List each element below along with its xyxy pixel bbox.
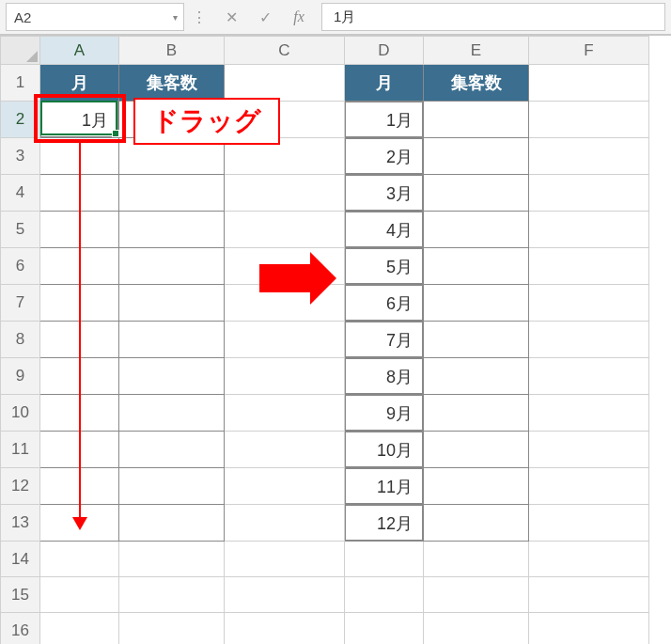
cell-F7[interactable] [529,285,649,322]
cell-B8[interactable] [119,322,225,358]
cell-B6[interactable] [119,248,225,285]
col-head-F[interactable]: F [529,37,649,65]
cell-C4[interactable] [225,175,345,212]
cell-C9[interactable] [225,358,345,395]
row-head-7[interactable]: 7 [1,285,40,322]
cell-B2[interactable] [119,102,225,138]
cell-A16[interactable] [40,613,119,645]
cell-A15[interactable] [40,577,119,613]
cell-C12[interactable] [225,468,345,505]
cell-B9[interactable] [119,358,225,395]
cell-D5[interactable]: 4月 [345,212,424,248]
cell-B15[interactable] [119,577,225,613]
cell-E13[interactable] [424,505,529,542]
row-head-12[interactable]: 12 [1,468,40,505]
cell-C15[interactable] [225,577,345,613]
row-head-8[interactable]: 8 [1,322,40,358]
cell-F13[interactable] [529,505,649,542]
cell-D12[interactable]: 11月 [345,468,424,505]
cell-C11[interactable] [225,432,345,468]
cell-D13[interactable]: 12月 [345,505,424,542]
cell-C2[interactable] [225,102,345,138]
cell-E14[interactable] [424,542,529,577]
cell-D9[interactable]: 8月 [345,358,424,395]
cell-F9[interactable] [529,358,649,395]
cell-B5[interactable] [119,212,225,248]
cell-B3[interactable] [119,138,225,175]
cell-A14[interactable] [40,542,119,577]
cell-D10[interactable]: 9月 [345,395,424,432]
cell-E3[interactable] [424,138,529,175]
col-head-A[interactable]: A [40,37,119,65]
cell-F16[interactable] [529,613,649,645]
cell-B14[interactable] [119,542,225,577]
row-head-6[interactable]: 6 [1,248,40,285]
cell-E1[interactable]: 集客数 [424,65,529,102]
cell-E11[interactable] [424,432,529,468]
cancel-button[interactable]: ✕ [214,3,248,31]
cell-F6[interactable] [529,248,649,285]
cell-D3[interactable]: 2月 [345,138,424,175]
cell-C10[interactable] [225,395,345,432]
cell-E2[interactable] [424,102,529,138]
cell-D11[interactable]: 10月 [345,432,424,468]
cell-E5[interactable] [424,212,529,248]
cell-E4[interactable] [424,175,529,212]
cell-D8[interactable]: 7月 [345,322,424,358]
cell-F5[interactable] [529,212,649,248]
row-head-10[interactable]: 10 [1,395,40,432]
cell-C5[interactable] [225,212,345,248]
cell-C8[interactable] [225,322,345,358]
cell-F10[interactable] [529,395,649,432]
cell-E8[interactable] [424,322,529,358]
cell-F2[interactable] [529,102,649,138]
cell-C16[interactable] [225,613,345,645]
cell-F12[interactable] [529,468,649,505]
confirm-button[interactable]: ✓ [248,3,282,31]
row-head-16[interactable]: 16 [1,613,40,645]
row-head-4[interactable]: 4 [1,175,40,212]
cell-D1[interactable]: 月 [345,65,424,102]
cell-E16[interactable] [424,613,529,645]
cell-F3[interactable] [529,138,649,175]
cell-F4[interactable] [529,175,649,212]
cell-E10[interactable] [424,395,529,432]
cell-B11[interactable] [119,432,225,468]
cell-D6[interactable]: 5月 [345,248,424,285]
cell-C14[interactable] [225,542,345,577]
col-head-E[interactable]: E [424,37,529,65]
row-head-9[interactable]: 9 [1,358,40,395]
cell-D2[interactable]: 1月 [345,102,424,138]
select-all-corner[interactable] [1,37,40,65]
cell-F14[interactable] [529,542,649,577]
row-head-14[interactable]: 14 [1,542,40,577]
row-head-11[interactable]: 11 [1,432,40,468]
cell-E6[interactable] [424,248,529,285]
cell-B4[interactable] [119,175,225,212]
insert-function-button[interactable]: fx [282,3,316,31]
cell-C1[interactable] [225,65,345,102]
cell-B13[interactable] [119,505,225,542]
cell-E7[interactable] [424,285,529,322]
cell-B1[interactable]: 集客数 [119,65,225,102]
formula-input[interactable]: 1月 [321,3,665,31]
cell-F8[interactable] [529,322,649,358]
row-head-2[interactable]: 2 [1,102,40,138]
row-head-3[interactable]: 3 [1,138,40,175]
cell-B16[interactable] [119,613,225,645]
cell-B10[interactable] [119,395,225,432]
cell-E9[interactable] [424,358,529,395]
row-head-5[interactable]: 5 [1,212,40,248]
cell-F11[interactable] [529,432,649,468]
cell-D4[interactable]: 3月 [345,175,424,212]
cell-B7[interactable] [119,285,225,322]
row-head-13[interactable]: 13 [1,505,40,542]
cell-F1[interactable] [529,65,649,102]
cell-C3[interactable] [225,138,345,175]
row-head-15[interactable]: 15 [1,577,40,613]
col-head-C[interactable]: C [225,37,345,65]
cell-D14[interactable] [345,542,424,577]
cell-E12[interactable] [424,468,529,505]
name-box[interactable]: A2 ▾ [6,3,184,31]
cell-D15[interactable] [345,577,424,613]
